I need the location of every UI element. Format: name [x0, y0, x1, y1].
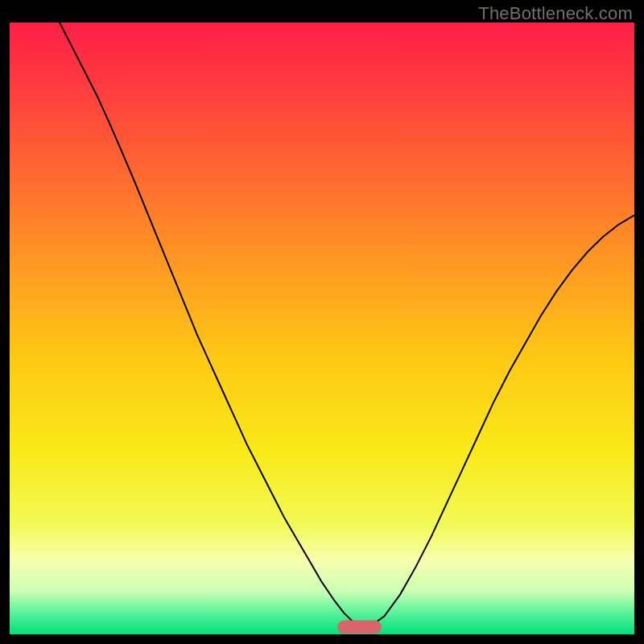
bottleneck-chart [10, 23, 634, 634]
minimum-marker [337, 621, 381, 634]
chart-frame [10, 23, 634, 634]
watermark-text: TheBottleneck.com [478, 3, 633, 24]
gradient-background [10, 23, 634, 634]
